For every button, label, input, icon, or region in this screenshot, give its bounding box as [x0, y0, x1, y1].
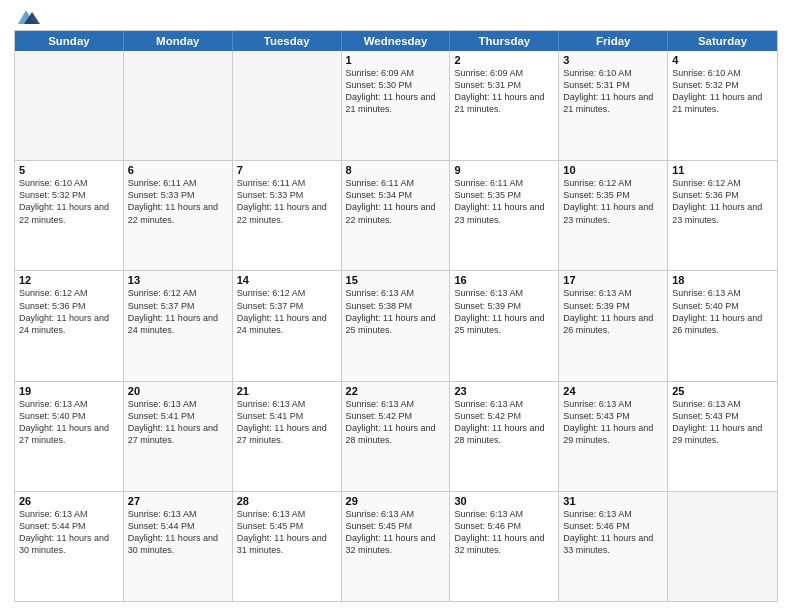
cell-info: Sunrise: 6:13 AMSunset: 5:41 PMDaylight:…	[237, 398, 337, 447]
day-cell-15: 15Sunrise: 6:13 AMSunset: 5:38 PMDayligh…	[342, 271, 451, 380]
day-cell-7: 7Sunrise: 6:11 AMSunset: 5:33 PMDaylight…	[233, 161, 342, 270]
cell-info: Sunrise: 6:11 AMSunset: 5:33 PMDaylight:…	[237, 177, 337, 226]
day-cell-8: 8Sunrise: 6:11 AMSunset: 5:34 PMDaylight…	[342, 161, 451, 270]
day-number: 28	[237, 495, 337, 507]
day-number: 22	[346, 385, 446, 397]
day-cell-16: 16Sunrise: 6:13 AMSunset: 5:39 PMDayligh…	[450, 271, 559, 380]
empty-cell	[15, 51, 124, 160]
day-cell-9: 9Sunrise: 6:11 AMSunset: 5:35 PMDaylight…	[450, 161, 559, 270]
day-cell-12: 12Sunrise: 6:12 AMSunset: 5:36 PMDayligh…	[15, 271, 124, 380]
weekday-header-wednesday: Wednesday	[342, 31, 451, 51]
cell-info: Sunrise: 6:10 AMSunset: 5:31 PMDaylight:…	[563, 67, 663, 116]
calendar-row-1: 5Sunrise: 6:10 AMSunset: 5:32 PMDaylight…	[15, 160, 777, 270]
cell-info: Sunrise: 6:13 AMSunset: 5:43 PMDaylight:…	[672, 398, 773, 447]
day-cell-22: 22Sunrise: 6:13 AMSunset: 5:42 PMDayligh…	[342, 382, 451, 491]
day-number: 12	[19, 274, 119, 286]
weekday-header-monday: Monday	[124, 31, 233, 51]
weekday-header-saturday: Saturday	[668, 31, 777, 51]
day-cell-14: 14Sunrise: 6:12 AMSunset: 5:37 PMDayligh…	[233, 271, 342, 380]
calendar-body: 1Sunrise: 6:09 AMSunset: 5:30 PMDaylight…	[15, 51, 777, 601]
weekday-header-sunday: Sunday	[15, 31, 124, 51]
cell-info: Sunrise: 6:12 AMSunset: 5:36 PMDaylight:…	[672, 177, 773, 226]
day-number: 16	[454, 274, 554, 286]
day-cell-21: 21Sunrise: 6:13 AMSunset: 5:41 PMDayligh…	[233, 382, 342, 491]
day-number: 31	[563, 495, 663, 507]
day-cell-30: 30Sunrise: 6:13 AMSunset: 5:46 PMDayligh…	[450, 492, 559, 601]
day-number: 26	[19, 495, 119, 507]
day-cell-25: 25Sunrise: 6:13 AMSunset: 5:43 PMDayligh…	[668, 382, 777, 491]
cell-info: Sunrise: 6:12 AMSunset: 5:37 PMDaylight:…	[128, 287, 228, 336]
header	[14, 10, 778, 24]
day-cell-23: 23Sunrise: 6:13 AMSunset: 5:42 PMDayligh…	[450, 382, 559, 491]
day-cell-28: 28Sunrise: 6:13 AMSunset: 5:45 PMDayligh…	[233, 492, 342, 601]
day-cell-26: 26Sunrise: 6:13 AMSunset: 5:44 PMDayligh…	[15, 492, 124, 601]
day-cell-2: 2Sunrise: 6:09 AMSunset: 5:31 PMDaylight…	[450, 51, 559, 160]
day-cell-6: 6Sunrise: 6:11 AMSunset: 5:33 PMDaylight…	[124, 161, 233, 270]
cell-info: Sunrise: 6:13 AMSunset: 5:40 PMDaylight:…	[19, 398, 119, 447]
weekday-header-thursday: Thursday	[450, 31, 559, 51]
cell-info: Sunrise: 6:13 AMSunset: 5:45 PMDaylight:…	[237, 508, 337, 557]
cell-info: Sunrise: 6:11 AMSunset: 5:35 PMDaylight:…	[454, 177, 554, 226]
day-number: 1	[346, 54, 446, 66]
calendar-row-0: 1Sunrise: 6:09 AMSunset: 5:30 PMDaylight…	[15, 51, 777, 160]
day-number: 27	[128, 495, 228, 507]
day-cell-4: 4Sunrise: 6:10 AMSunset: 5:32 PMDaylight…	[668, 51, 777, 160]
cell-info: Sunrise: 6:13 AMSunset: 5:46 PMDaylight:…	[454, 508, 554, 557]
empty-cell	[233, 51, 342, 160]
day-cell-3: 3Sunrise: 6:10 AMSunset: 5:31 PMDaylight…	[559, 51, 668, 160]
day-cell-27: 27Sunrise: 6:13 AMSunset: 5:44 PMDayligh…	[124, 492, 233, 601]
logo	[14, 10, 40, 24]
cell-info: Sunrise: 6:11 AMSunset: 5:34 PMDaylight:…	[346, 177, 446, 226]
cell-info: Sunrise: 6:13 AMSunset: 5:40 PMDaylight:…	[672, 287, 773, 336]
cell-info: Sunrise: 6:10 AMSunset: 5:32 PMDaylight:…	[19, 177, 119, 226]
day-cell-18: 18Sunrise: 6:13 AMSunset: 5:40 PMDayligh…	[668, 271, 777, 380]
cell-info: Sunrise: 6:10 AMSunset: 5:32 PMDaylight:…	[672, 67, 773, 116]
calendar-header: SundayMondayTuesdayWednesdayThursdayFrid…	[15, 31, 777, 51]
day-number: 18	[672, 274, 773, 286]
day-number: 8	[346, 164, 446, 176]
day-number: 6	[128, 164, 228, 176]
day-number: 19	[19, 385, 119, 397]
day-number: 15	[346, 274, 446, 286]
day-cell-5: 5Sunrise: 6:10 AMSunset: 5:32 PMDaylight…	[15, 161, 124, 270]
day-cell-11: 11Sunrise: 6:12 AMSunset: 5:36 PMDayligh…	[668, 161, 777, 270]
calendar-row-2: 12Sunrise: 6:12 AMSunset: 5:36 PMDayligh…	[15, 270, 777, 380]
page: SundayMondayTuesdayWednesdayThursdayFrid…	[0, 0, 792, 612]
day-number: 17	[563, 274, 663, 286]
day-cell-20: 20Sunrise: 6:13 AMSunset: 5:41 PMDayligh…	[124, 382, 233, 491]
cell-info: Sunrise: 6:12 AMSunset: 5:37 PMDaylight:…	[237, 287, 337, 336]
weekday-header-friday: Friday	[559, 31, 668, 51]
day-number: 20	[128, 385, 228, 397]
day-number: 9	[454, 164, 554, 176]
calendar: SundayMondayTuesdayWednesdayThursdayFrid…	[14, 30, 778, 602]
day-number: 4	[672, 54, 773, 66]
day-number: 11	[672, 164, 773, 176]
weekday-header-tuesday: Tuesday	[233, 31, 342, 51]
day-number: 23	[454, 385, 554, 397]
cell-info: Sunrise: 6:13 AMSunset: 5:44 PMDaylight:…	[19, 508, 119, 557]
cell-info: Sunrise: 6:13 AMSunset: 5:39 PMDaylight:…	[563, 287, 663, 336]
logo-icon	[18, 10, 40, 24]
cell-info: Sunrise: 6:12 AMSunset: 5:36 PMDaylight:…	[19, 287, 119, 336]
empty-cell	[668, 492, 777, 601]
day-cell-29: 29Sunrise: 6:13 AMSunset: 5:45 PMDayligh…	[342, 492, 451, 601]
day-number: 29	[346, 495, 446, 507]
calendar-row-3: 19Sunrise: 6:13 AMSunset: 5:40 PMDayligh…	[15, 381, 777, 491]
day-number: 7	[237, 164, 337, 176]
cell-info: Sunrise: 6:13 AMSunset: 5:39 PMDaylight:…	[454, 287, 554, 336]
day-number: 25	[672, 385, 773, 397]
calendar-row-4: 26Sunrise: 6:13 AMSunset: 5:44 PMDayligh…	[15, 491, 777, 601]
cell-info: Sunrise: 6:09 AMSunset: 5:30 PMDaylight:…	[346, 67, 446, 116]
day-number: 2	[454, 54, 554, 66]
day-number: 30	[454, 495, 554, 507]
day-number: 10	[563, 164, 663, 176]
day-number: 3	[563, 54, 663, 66]
day-cell-10: 10Sunrise: 6:12 AMSunset: 5:35 PMDayligh…	[559, 161, 668, 270]
empty-cell	[124, 51, 233, 160]
day-cell-13: 13Sunrise: 6:12 AMSunset: 5:37 PMDayligh…	[124, 271, 233, 380]
day-cell-1: 1Sunrise: 6:09 AMSunset: 5:30 PMDaylight…	[342, 51, 451, 160]
day-number: 21	[237, 385, 337, 397]
cell-info: Sunrise: 6:13 AMSunset: 5:38 PMDaylight:…	[346, 287, 446, 336]
cell-info: Sunrise: 6:13 AMSunset: 5:44 PMDaylight:…	[128, 508, 228, 557]
cell-info: Sunrise: 6:13 AMSunset: 5:46 PMDaylight:…	[563, 508, 663, 557]
